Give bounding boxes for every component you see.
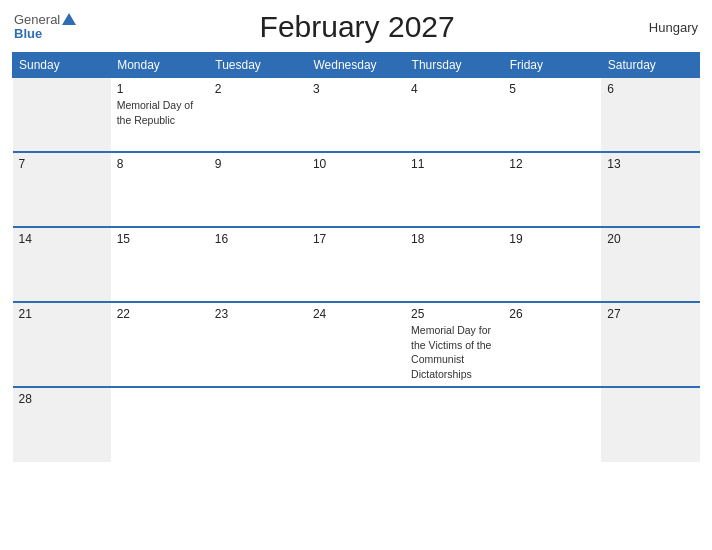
day-number: 16 [215,232,301,246]
day-number: 11 [411,157,497,171]
calendar-cell: 3 [307,77,405,152]
day-number: 3 [313,82,399,96]
calendar-table: SundayMondayTuesdayWednesdayThursdayFrid… [12,52,700,462]
day-number: 2 [215,82,301,96]
day-number: 10 [313,157,399,171]
day-number: 15 [117,232,203,246]
calendar-cell: 7 [13,152,111,227]
col-header-tuesday: Tuesday [209,53,307,78]
calendar-cell: 1Memorial Day of the Republic [111,77,209,152]
calendar-cell [601,387,699,462]
calendar-cell [307,387,405,462]
calendar-cell: 2 [209,77,307,152]
day-number: 14 [19,232,105,246]
calendar-cell: 24 [307,302,405,387]
day-number: 6 [607,82,693,96]
day-number: 27 [607,307,693,321]
calendar-cell [111,387,209,462]
calendar-cell: 12 [503,152,601,227]
col-header-sunday: Sunday [13,53,111,78]
day-number: 19 [509,232,595,246]
calendar-header: GeneralBlue February 2027 Hungary [12,10,700,44]
logo-triangle-icon [62,13,76,25]
calendar-cell: 16 [209,227,307,302]
calendar-cell: 4 [405,77,503,152]
day-number: 12 [509,157,595,171]
calendar-cell: 23 [209,302,307,387]
col-header-saturday: Saturday [601,53,699,78]
day-number: 25 [411,307,497,321]
week-row-3: 14151617181920 [13,227,700,302]
day-number: 20 [607,232,693,246]
calendar-cell: 17 [307,227,405,302]
day-number: 28 [19,392,105,406]
calendar-cell: 28 [13,387,111,462]
calendar-cell [405,387,503,462]
day-number: 22 [117,307,203,321]
calendar-page: GeneralBlue February 2027 Hungary Sunday… [0,0,712,550]
calendar-cell: 9 [209,152,307,227]
week-row-2: 78910111213 [13,152,700,227]
day-number: 21 [19,307,105,321]
day-number: 24 [313,307,399,321]
day-number: 5 [509,82,595,96]
calendar-title: February 2027 [76,10,638,44]
logo-general-text: General [14,13,60,27]
calendar-cell: 6 [601,77,699,152]
day-number: 17 [313,232,399,246]
calendar-cell: 27 [601,302,699,387]
calendar-cell: 13 [601,152,699,227]
day-number: 4 [411,82,497,96]
col-header-thursday: Thursday [405,53,503,78]
week-row-4: 2122232425Memorial Day for the Victims o… [13,302,700,387]
week-row-1: 1Memorial Day of the Republic23456 [13,77,700,152]
country-name: Hungary [638,20,698,35]
calendar-cell: 22 [111,302,209,387]
calendar-cell: 25Memorial Day for the Victims of the Co… [405,302,503,387]
calendar-cell: 11 [405,152,503,227]
calendar-cell: 21 [13,302,111,387]
day-number: 9 [215,157,301,171]
day-number: 18 [411,232,497,246]
calendar-cell: 18 [405,227,503,302]
calendar-cell: 26 [503,302,601,387]
col-header-friday: Friday [503,53,601,78]
calendar-cell: 5 [503,77,601,152]
day-number: 1 [117,82,203,96]
calendar-cell: 10 [307,152,405,227]
col-header-monday: Monday [111,53,209,78]
calendar-cell: 14 [13,227,111,302]
calendar-cell [503,387,601,462]
col-header-wednesday: Wednesday [307,53,405,78]
calendar-header-row: SundayMondayTuesdayWednesdayThursdayFrid… [13,53,700,78]
day-number: 13 [607,157,693,171]
day-number: 23 [215,307,301,321]
week-row-5: 28 [13,387,700,462]
calendar-cell [209,387,307,462]
day-number: 26 [509,307,595,321]
logo: GeneralBlue [14,13,76,42]
holiday-name: Memorial Day of the Republic [117,99,193,126]
day-number: 7 [19,157,105,171]
calendar-cell: 15 [111,227,209,302]
logo-blue-text: Blue [14,27,42,41]
calendar-cell [13,77,111,152]
calendar-cell: 20 [601,227,699,302]
holiday-name: Memorial Day for the Victims of the Comm… [411,324,491,380]
calendar-cell: 8 [111,152,209,227]
day-number: 8 [117,157,203,171]
calendar-cell: 19 [503,227,601,302]
